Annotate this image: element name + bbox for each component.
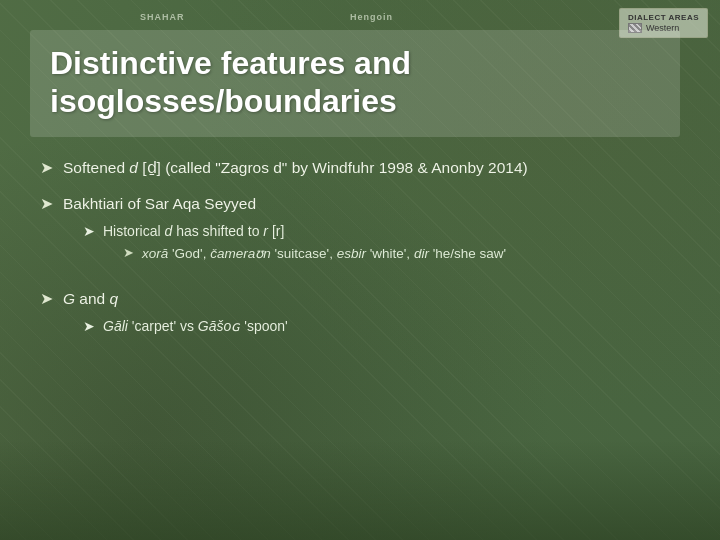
- sub-bullet-arrow-1: ➤: [83, 223, 95, 239]
- bullet-text-2: Bakhtiari of Sar Aqa Seyyed: [63, 195, 256, 212]
- sub-bullets-3: ➤ Gāli 'carpet' vs Gāšoɢ 'spoon': [63, 317, 670, 337]
- sub-sub-bullet-item-1: ➤ xorā 'God', čameraʊn 'suitcase', esbir…: [123, 245, 670, 264]
- sub-bullet-item-1: ➤ Historical d has shifted to r [r] ➤ xo…: [83, 222, 670, 268]
- sub-sub-bullet-arrow-1: ➤: [123, 245, 134, 260]
- bullet-arrow-2: ➤: [40, 194, 53, 213]
- bullet-item-2: ➤ Bakhtiari of Sar Aqa Seyyed ➤ Historic…: [40, 193, 670, 274]
- sub-bullet-text-1: Historical d has shifted to r [r]: [103, 223, 284, 239]
- bullet-arrow-3: ➤: [40, 289, 53, 308]
- bullet-text-3: G and q: [63, 290, 118, 307]
- bullet-item-3: ➤ G and q ➤ Gāli 'carpet' vs Gāšoɢ 'spoo…: [40, 288, 670, 342]
- slide-title: Distinctive features and isoglosses/boun…: [50, 44, 660, 121]
- sub-bullet-text-2: Gāli 'carpet' vs Gāšoɢ 'spoon': [103, 317, 288, 337]
- sub-bullet-item-2: ➤ Gāli 'carpet' vs Gāšoɢ 'spoon': [83, 317, 670, 337]
- content-area: ➤ Softened d [ḏ] (called "Zagros d" by W…: [30, 157, 680, 510]
- bullet-arrow-1: ➤: [40, 158, 53, 177]
- bullet-item-1: ➤ Softened d [ḏ] (called "Zagros d" by W…: [40, 157, 670, 179]
- title-line1: Distinctive features and: [50, 45, 411, 81]
- bullet-text-1: Softened d [ḏ] (called "Zagros d" by Win…: [63, 157, 528, 179]
- title-area: Distinctive features and isoglosses/boun…: [30, 30, 680, 137]
- sub-sub-bullets-1: ➤ xorā 'God', čameraʊn 'suitcase', esbir…: [103, 245, 670, 264]
- sub-bullet-arrow-2: ➤: [83, 318, 95, 334]
- title-line2: isoglosses/boundaries: [50, 83, 397, 119]
- sub-sub-bullet-text-1: xorā 'God', čameraʊn 'suitcase', esbir '…: [142, 245, 506, 264]
- sub-bullets-2: ➤ Historical d has shifted to r [r] ➤ xo…: [63, 222, 670, 268]
- slide-content: Distinctive features and isoglosses/boun…: [0, 0, 720, 540]
